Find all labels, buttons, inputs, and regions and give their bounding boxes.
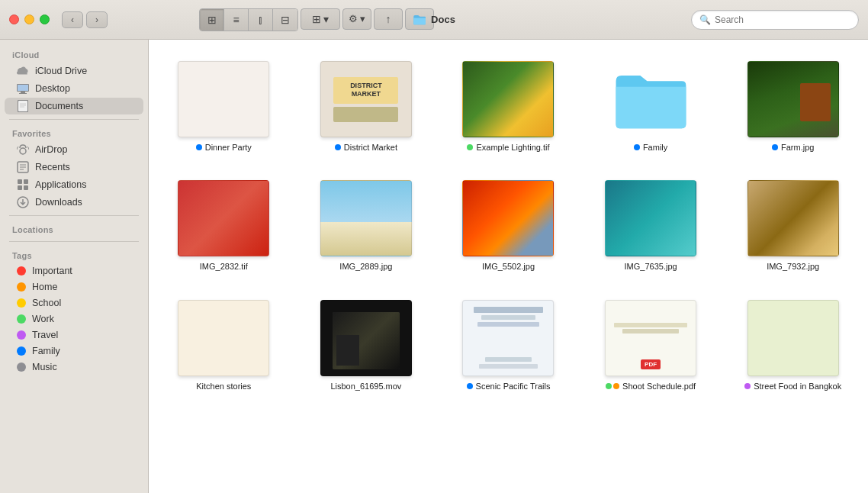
svg-rect-3 <box>19 93 27 94</box>
svg-rect-1 <box>18 85 28 91</box>
sidebar-item-downloads[interactable]: Downloads <box>5 194 143 211</box>
work-label: Work <box>32 314 54 324</box>
file-name-family-folder: Family <box>643 142 667 153</box>
divider-1 <box>9 119 139 120</box>
file-item-scenic[interactable]: Scenic Pacific Trails <box>441 294 576 398</box>
sidebar-item-important[interactable]: Important <box>5 263 143 279</box>
travel-dot <box>17 330 26 340</box>
file-name-row-street-food: Street Food in Bangkok <box>744 381 841 392</box>
file-item-district-market[interactable]: DISTRICTMARKET District Market <box>299 55 434 159</box>
folder-svg <box>612 69 689 130</box>
sidebar-item-travel[interactable]: Travel <box>5 327 143 343</box>
favorites-section-title: Favorites <box>0 124 148 140</box>
file-item-kitchen-stories[interactable]: Kitchen stories <box>156 294 291 398</box>
file-thumb-farm <box>747 61 839 137</box>
file-thumb-img2832 <box>178 180 269 256</box>
file-dot-example-lighting <box>467 144 473 150</box>
window-title: Docs <box>431 14 455 25</box>
file-name-row-example-lighting: Example Lighting.tif <box>467 142 549 153</box>
window-title-area: Docs <box>413 14 455 25</box>
sidebar-item-music[interactable]: Music <box>5 359 143 375</box>
locations-section-title: Locations <box>0 221 148 237</box>
file-thumb-example-lighting <box>462 61 554 137</box>
file-item-img7932[interactable]: IMG_7932.jpg <box>725 174 860 278</box>
file-thumb-dinner-party <box>178 61 269 137</box>
file-name-img7932: IMG_7932.jpg <box>767 261 819 272</box>
maximize-button[interactable] <box>40 14 50 24</box>
forward-button[interactable]: › <box>86 11 108 28</box>
recents-label: Recents <box>35 162 70 172</box>
close-button[interactable] <box>9 14 19 24</box>
sidebar-item-family-tag[interactable]: Family <box>5 343 143 359</box>
file-item-example-lighting[interactable]: Example Lighting.tif <box>441 55 576 159</box>
applications-label: Applications <box>35 179 86 190</box>
file-item-family-folder[interactable]: Family <box>583 55 719 159</box>
file-thumb-img2889 <box>320 180 412 256</box>
file-dot-scenic <box>467 383 473 389</box>
gallery-view-button[interactable]: ⊟ <box>273 9 297 31</box>
share-button[interactable]: ↑ <box>374 8 403 30</box>
file-dot-family-folder <box>634 144 640 150</box>
sidebar-item-school[interactable]: School <box>5 295 143 311</box>
sidebar-item-recents[interactable]: Recents <box>5 159 143 176</box>
sidebar-item-icloud-drive[interactable]: iCloud Drive <box>5 63 143 79</box>
file-name-shoot-schedule: Shoot Schedule.pdf <box>622 381 696 392</box>
file-name-row-dinner-party: Dinner Party <box>196 142 252 153</box>
file-name-example-lighting: Example Lighting.tif <box>476 142 549 153</box>
file-name-img7635: IMG_7635.jpg <box>625 261 677 272</box>
file-thumb-img5502 <box>462 180 554 256</box>
icloud-section-title: iCloud <box>0 46 148 62</box>
svg-rect-17 <box>24 185 28 190</box>
file-grid-area: Dinner Party DISTRICTMARKET District Mar… <box>149 40 868 493</box>
sidebar-item-home[interactable]: Home <box>5 279 143 295</box>
desktop-label: Desktop <box>35 83 70 94</box>
file-name-row-kitchen-stories: Kitchen stories <box>196 381 251 392</box>
file-dot-dinner-party <box>196 144 202 150</box>
file-item-img7635[interactable]: IMG_7635.jpg <box>583 174 719 278</box>
family-label: Family <box>32 346 60 356</box>
file-dot-shoot-schedule-green <box>606 383 612 389</box>
tags-section-title: Tags <box>0 246 148 263</box>
file-name-row-img5502: IMG_5502.jpg <box>482 261 535 272</box>
sidebar-item-work[interactable]: Work <box>5 311 143 327</box>
file-name-lisbon: Lisbon_61695.mov <box>330 381 401 392</box>
file-item-dinner-party[interactable]: Dinner Party <box>156 55 291 159</box>
file-thumb-scenic <box>462 300 554 376</box>
group-by-button[interactable]: ⊞ ▾ <box>301 8 340 30</box>
downloads-icon <box>17 196 29 208</box>
title-bar: ‹ › ⊞ ≡ ⫿ ⊟ ⊞ ▾ ⚙ ▾ ↑ ○ Docs 🔍 <box>0 0 868 40</box>
minimize-button[interactable] <box>24 14 34 24</box>
file-thumb-img7635 <box>605 180 696 256</box>
airdrop-icon <box>17 143 29 156</box>
file-name-scenic: Scenic Pacific Trails <box>476 381 551 392</box>
file-item-street-food[interactable]: Street Food in Bangkok <box>725 294 860 398</box>
grid-view-button[interactable]: ⊞ <box>200 9 224 31</box>
file-name-row-lisbon: Lisbon_61695.mov <box>330 381 401 392</box>
file-item-img2889[interactable]: IMG_2889.jpg <box>299 174 434 278</box>
sidebar-item-documents[interactable]: Documents <box>5 98 143 114</box>
column-view-button[interactable]: ⫿ <box>249 9 273 31</box>
search-box[interactable]: 🔍 <box>691 10 859 30</box>
home-dot <box>17 282 26 292</box>
action-button[interactable]: ⚙ ▾ <box>342 8 371 30</box>
important-label: Important <box>32 266 72 276</box>
sidebar-item-airdrop[interactable]: AirDrop <box>5 141 143 158</box>
view-mode-group: ⊞ ≡ ⫿ ⊟ <box>199 8 298 31</box>
search-input[interactable] <box>715 14 850 25</box>
file-item-farm[interactable]: Farm.jpg <box>725 55 860 159</box>
svg-point-9 <box>20 148 26 154</box>
file-thumb-lisbon <box>320 300 412 376</box>
sidebar-item-applications[interactable]: Applications <box>5 176 143 193</box>
traffic-lights <box>9 14 50 24</box>
file-item-img5502[interactable]: IMG_5502.jpg <box>441 174 576 278</box>
folder-title-icon <box>413 14 426 25</box>
file-item-img2832[interactable]: IMG_2832.tif <box>156 174 291 278</box>
back-button[interactable]: ‹ <box>62 11 83 28</box>
list-view-button[interactable]: ≡ <box>224 9 249 31</box>
sidebar-item-desktop[interactable]: Desktop <box>5 80 143 97</box>
work-dot <box>17 314 26 324</box>
file-item-lisbon[interactable]: Lisbon_61695.mov <box>299 294 434 398</box>
file-name-row-img7635: IMG_7635.jpg <box>625 261 677 272</box>
file-item-shoot-schedule[interactable]: PDF Shoot Schedule.pdf <box>583 294 719 398</box>
school-dot <box>17 298 26 308</box>
